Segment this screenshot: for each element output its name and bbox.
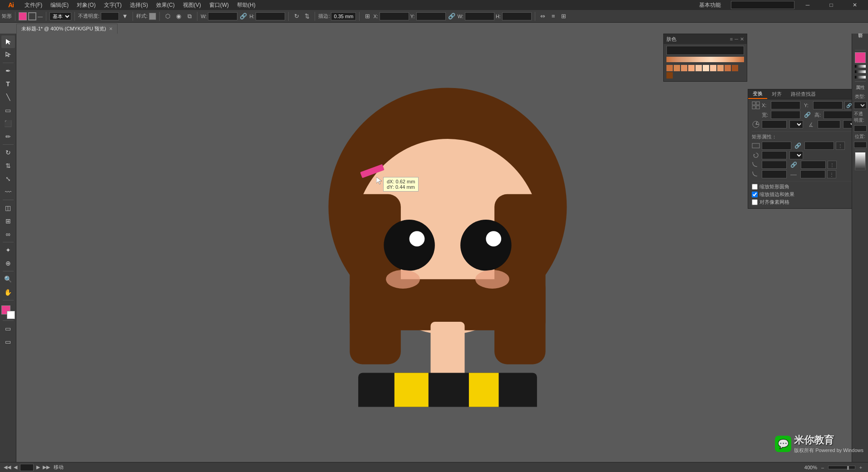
rect-w-input[interactable]: 6.149 mm <box>762 142 791 150</box>
swatch-2[interactable] <box>674 65 680 71</box>
align-icon[interactable]: ⇔ <box>538 12 547 21</box>
close-button[interactable]: ✕ <box>844 0 865 10</box>
color-panel-expand[interactable]: ≡ <box>730 36 733 42</box>
corner-more-btn2[interactable]: ⋮ <box>827 170 836 178</box>
draw-mode-behind[interactable]: ▭ <box>1 335 15 348</box>
pen-tool[interactable]: ✒ <box>1 64 15 77</box>
type-tool[interactable]: T <box>1 78 15 90</box>
opacity-input[interactable]: 100% <box>101 12 119 20</box>
stroke-color-box[interactable] <box>28 12 36 20</box>
search-box[interactable] <box>731 1 794 9</box>
swatch-10[interactable] <box>732 65 738 71</box>
color-panel-close[interactable]: ✕ <box>740 36 744 42</box>
zoom-slider[interactable] <box>828 466 855 469</box>
rp-tab-stroke[interactable]: 描边 <box>854 35 867 48</box>
menu-text[interactable]: 文字(T) <box>100 0 125 10</box>
scale-corners-checkbox[interactable] <box>752 184 758 190</box>
scale-tool[interactable]: ⤡ <box>1 172 15 185</box>
h2-input[interactable]: 4.651 mm <box>502 12 532 20</box>
angle-dropdown[interactable] <box>789 120 803 128</box>
corner-r4-input[interactable]: 0.35 mm <box>800 170 825 178</box>
align-pixel-checkbox[interactable] <box>752 199 758 205</box>
menu-object[interactable]: 对象(O) <box>73 0 99 10</box>
extra-icon[interactable]: ⊞ <box>559 12 568 21</box>
menu-effect[interactable]: 效果(C) <box>153 0 178 10</box>
doc-tab-main[interactable]: 未标题-1* @ 400% (CMYK/GPU 预览) ✕ <box>16 24 118 34</box>
swatch-3[interactable] <box>681 65 687 71</box>
flip-icon[interactable]: ⇅ <box>302 12 311 21</box>
corner-r3-input[interactable]: 0.35 mm <box>762 170 787 178</box>
width-input[interactable]: 6.149 mm <box>208 12 237 20</box>
x2-input[interactable]: 325.16 mm <box>380 12 409 20</box>
color-panel-minimize[interactable]: ─ <box>735 36 738 42</box>
pathfinder-tab[interactable]: 路径查找器 <box>786 89 820 99</box>
h-input[interactable]: 4.651 mm <box>824 111 853 119</box>
swatch-8[interactable] <box>717 65 724 71</box>
menu-select[interactable]: 选择(S) <box>126 0 152 10</box>
corner-more-btn[interactable]: ⋮ <box>828 161 837 169</box>
swatch-7[interactable] <box>710 65 716 71</box>
prev-btn[interactable]: ◀ <box>12 464 19 471</box>
right-type-select[interactable] <box>854 102 867 109</box>
measure-tool[interactable]: ⊕ <box>1 257 15 270</box>
swatch-5[interactable] <box>695 65 702 71</box>
menu-view[interactable]: 视图(V) <box>179 0 205 10</box>
shape-icon2[interactable]: ◉ <box>174 12 183 21</box>
rect-h-input[interactable]: 1.676 mm <box>804 142 834 150</box>
height-input[interactable]: 1.676 mm <box>256 12 285 20</box>
style-box[interactable] <box>149 13 156 20</box>
link-icon[interactable]: 🔗 <box>804 112 811 118</box>
xy-link-icon[interactable]: 🔗 <box>447 12 456 21</box>
page-number-input[interactable]: 1 <box>20 464 34 471</box>
w-input[interactable]: 5.705 mm <box>771 111 800 119</box>
draw-mode-normal[interactable]: ▭ <box>1 322 15 335</box>
direct-select-tool[interactable] <box>1 49 15 61</box>
link-wh-icon[interactable]: 🔗 <box>239 12 248 21</box>
rect-rotation-input[interactable]: 324.59° <box>762 151 787 159</box>
zoom-in-btn[interactable]: + <box>857 464 864 471</box>
menu-file[interactable]: 文件(F) <box>21 0 46 10</box>
corner-link-icon[interactable]: 🔗 <box>790 162 797 168</box>
zoom-out-btn[interactable]: – <box>819 464 826 471</box>
swatch-1[interactable] <box>666 65 673 71</box>
swatch-6[interactable] <box>703 65 709 71</box>
select-tool[interactable] <box>1 35 15 48</box>
scale-strokes-checkbox[interactable] <box>752 192 758 197</box>
menu-window[interactable]: 窗口(W) <box>206 0 232 10</box>
menu-help[interactable]: 帮助(H) <box>233 0 259 10</box>
shape-icon3[interactable]: ⧉ <box>185 12 194 21</box>
transform-tab[interactable]: 变换 <box>748 89 767 99</box>
rect-tool[interactable]: ▭ <box>1 104 15 117</box>
maximize-button[interactable]: □ <box>821 0 842 10</box>
warp-tool[interactable]: 〰 <box>1 186 15 198</box>
line-tool[interactable]: ╲ <box>1 91 15 103</box>
align-tab[interactable]: 对齐 <box>767 89 786 99</box>
corner-r1-input[interactable]: 0.35 mm <box>762 161 787 169</box>
menu-edit[interactable]: 编辑(E) <box>47 0 72 10</box>
stroke-width-input[interactable] <box>331 12 356 20</box>
prev-page-btn[interactable]: ◀◀ <box>4 464 11 471</box>
paint-tool[interactable]: ⬛ <box>1 117 15 130</box>
right-color-swatch[interactable] <box>855 52 866 63</box>
mirror-tool[interactable]: ⇅ <box>1 159 15 172</box>
width-dropdown[interactable]: 基本 <box>49 12 71 20</box>
x-pos-input[interactable]: 325.16 mm <box>771 101 800 109</box>
background-color[interactable] <box>7 311 15 319</box>
search-input[interactable] <box>733 2 792 8</box>
w2-input[interactable]: 5.705 mm <box>465 12 494 20</box>
angle-input[interactable]: 0° <box>762 120 787 128</box>
canvas-area[interactable]: dX: 0.62 mm dY: 0.44 mm <box>16 34 868 462</box>
right-opacity-input[interactable] <box>854 125 867 132</box>
right-position-input[interactable] <box>854 142 867 148</box>
zoom-tool[interactable]: 🔍 <box>1 273 15 285</box>
eyedropper-tool[interactable]: ✦ <box>1 244 15 256</box>
rect-rotation-dropdown[interactable] <box>789 151 803 159</box>
rect-more-btn[interactable]: ⋮ <box>836 142 845 150</box>
rotate-icon[interactable]: ↻ <box>292 12 301 21</box>
color-search-input[interactable] <box>666 46 744 55</box>
gradient-tool[interactable]: ◫ <box>1 202 15 214</box>
doc-tab-close[interactable]: ✕ <box>109 26 113 31</box>
rotate-tool[interactable]: ↻ <box>1 146 15 159</box>
corner-r2-input[interactable]: 0.35 mm <box>801 161 826 169</box>
next-btn[interactable]: ▶ <box>35 464 42 471</box>
